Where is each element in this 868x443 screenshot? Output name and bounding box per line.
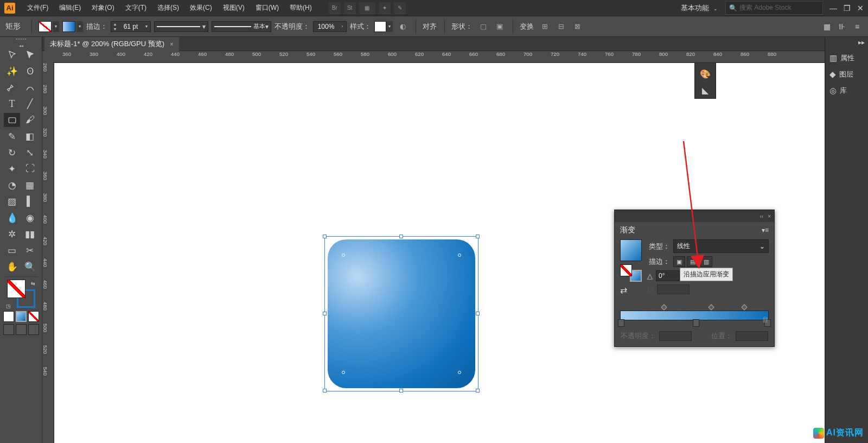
maximize-button[interactable]: ❐ bbox=[844, 4, 851, 12]
ruler-horizontal[interactable]: 3603804004204404604805005205405605806006… bbox=[42, 51, 825, 63]
bridge-icon[interactable]: Br bbox=[329, 2, 341, 14]
fill-proxy-small[interactable] bbox=[620, 264, 632, 276]
layers-panel-tab[interactable]: ◆图层 bbox=[825, 66, 868, 83]
gradient-type-select[interactable]: 线性⌄ bbox=[673, 239, 769, 253]
default-fs-icon[interactable]: ◳ bbox=[6, 303, 11, 309]
stroke-weight-input[interactable]: ▲▼ ▾ bbox=[111, 21, 151, 32]
menu-select[interactable]: 选择(S) bbox=[152, 1, 184, 15]
transform-label[interactable]: 变换 bbox=[520, 22, 534, 31]
gradient-fill-stroke-proxy[interactable] bbox=[620, 264, 642, 282]
scale-tool[interactable]: ⤡ bbox=[22, 145, 38, 160]
color-panel-icon[interactable]: 🎨 bbox=[695, 66, 716, 82]
slice-tool[interactable]: ✂ bbox=[22, 243, 38, 257]
collapse-icon[interactable]: ‹‹ bbox=[697, 63, 700, 66]
shape-builder-tool[interactable]: ◔ bbox=[4, 178, 20, 192]
recolor-icon[interactable]: ◐ bbox=[396, 20, 409, 33]
midpoint-diamond[interactable] bbox=[661, 304, 667, 310]
fill-stroke-proxy[interactable]: ⇆ ◳ bbox=[6, 280, 36, 309]
width-tool[interactable]: ✦ bbox=[4, 162, 20, 176]
workspace-switcher[interactable]: 基本功能 ⌄ bbox=[678, 2, 721, 14]
opacity-value[interactable] bbox=[314, 23, 339, 30]
menu-help[interactable]: 帮助(H) bbox=[284, 1, 317, 15]
sel-handle[interactable] bbox=[399, 235, 403, 238]
sel-handle[interactable] bbox=[323, 235, 327, 238]
type-tool[interactable]: T bbox=[4, 97, 20, 111]
panel-menu-icon[interactable]: ▾≡ bbox=[762, 226, 769, 234]
transform-icon[interactable]: ⊞ bbox=[538, 20, 551, 33]
none-mode[interactable] bbox=[28, 311, 39, 322]
properties-panel-tab[interactable]: ▥属性 bbox=[825, 50, 868, 66]
close-tab-icon[interactable]: × bbox=[170, 41, 173, 47]
gradient-angle-input[interactable] bbox=[656, 270, 680, 281]
gradient-preview-swatch[interactable] bbox=[620, 239, 642, 261]
sel-handle[interactable] bbox=[323, 312, 327, 315]
isolate-icon[interactable]: ▦ bbox=[821, 21, 832, 32]
gradient-stop[interactable] bbox=[693, 319, 699, 327]
midpoint-diamond[interactable] bbox=[709, 304, 714, 310]
paintbrush-tool[interactable]: 🖌 bbox=[22, 113, 38, 127]
close-icon[interactable]: × bbox=[768, 213, 771, 219]
ruler-corner[interactable] bbox=[42, 51, 54, 63]
eraser-tool[interactable]: ◧ bbox=[22, 129, 38, 143]
arrange-docs-icon[interactable]: ▦ bbox=[359, 2, 375, 14]
menu-type[interactable]: 文字(T) bbox=[120, 1, 152, 15]
menu-view[interactable]: 视图(V) bbox=[218, 1, 250, 15]
mesh-tool[interactable]: ▨ bbox=[4, 194, 20, 208]
free-transform-tool[interactable]: ⛶ bbox=[22, 162, 38, 176]
close-button[interactable]: ✕ bbox=[857, 4, 864, 12]
brush-definition-select[interactable]: 基本▾ bbox=[212, 21, 271, 32]
perspective-tool[interactable]: ▦ bbox=[22, 178, 38, 192]
search-input[interactable]: 🔍 搜索 Adobe Stock bbox=[725, 1, 823, 15]
stroke-grad-within[interactable]: ▣ bbox=[673, 256, 685, 267]
transform-icon2[interactable]: ⊟ bbox=[554, 20, 567, 33]
selection-tool[interactable] bbox=[4, 48, 20, 62]
color-mode[interactable] bbox=[3, 311, 14, 322]
minimize-button[interactable]: — bbox=[829, 4, 837, 12]
midpoint-diamond[interactable] bbox=[741, 304, 747, 310]
menu-window[interactable]: 窗口(W) bbox=[250, 1, 284, 15]
swap-fill-stroke-icon[interactable]: ⇆ bbox=[31, 281, 35, 286]
floating-panel[interactable]: ‹‹× 🎨 ◣ bbox=[694, 63, 716, 99]
gradient-mode[interactable] bbox=[16, 311, 27, 322]
line-tool[interactable]: ╱ bbox=[22, 97, 38, 111]
eyedropper-tool[interactable]: 💧 bbox=[4, 211, 20, 225]
draw-inside[interactable] bbox=[28, 324, 39, 335]
lasso-tool[interactable]: ʘ bbox=[22, 64, 38, 78]
menu-edit[interactable]: 编辑(E) bbox=[54, 1, 86, 15]
sel-handle[interactable] bbox=[476, 389, 480, 393]
symbol-sprayer-tool[interactable]: ✲ bbox=[4, 227, 20, 241]
sel-handle[interactable] bbox=[323, 389, 327, 393]
curvature-tool[interactable] bbox=[22, 80, 38, 94]
gpu-icon[interactable]: ✦ bbox=[379, 2, 391, 14]
prefs-icon[interactable]: ≡ bbox=[852, 21, 863, 32]
swatches-panel-icon[interactable]: ◣ bbox=[695, 82, 716, 98]
menu-object[interactable]: 对象(O) bbox=[86, 1, 119, 15]
graphic-style-swatch[interactable]: ▾ bbox=[374, 21, 393, 32]
align-label[interactable]: 对齐 bbox=[423, 22, 437, 31]
pen-tool[interactable] bbox=[4, 80, 20, 94]
sel-handle[interactable] bbox=[476, 235, 480, 238]
stroke-grad-along[interactable]: ▤ bbox=[687, 256, 699, 267]
fill-swatch[interactable]: ▾ bbox=[39, 21, 59, 32]
gradient-stop[interactable] bbox=[618, 319, 624, 327]
rectangle-tool[interactable] bbox=[4, 113, 20, 127]
toolbox-collapse[interactable]: ◂◂ bbox=[0, 43, 42, 47]
fill-proxy[interactable] bbox=[7, 280, 25, 298]
transform-icon3[interactable]: ⊠ bbox=[571, 20, 584, 33]
menu-file[interactable]: 文件(F) bbox=[22, 1, 54, 15]
sel-handle[interactable] bbox=[399, 389, 403, 393]
draw-normal[interactable] bbox=[3, 324, 14, 335]
ruler-vertical[interactable]: 2602803003203403603804004204404604805005… bbox=[42, 63, 54, 443]
menu-effect[interactable]: 效果(C) bbox=[184, 1, 218, 15]
artboard-tool[interactable]: ▭ bbox=[4, 243, 20, 257]
shaper-tool[interactable]: ✎ bbox=[4, 129, 20, 143]
stroke-grad-across[interactable]: ▥ bbox=[700, 256, 712, 267]
stock-icon[interactable]: St bbox=[344, 2, 356, 14]
magic-wand-tool[interactable]: ✨ bbox=[4, 64, 20, 78]
blend-tool[interactable]: ◉ bbox=[22, 211, 38, 225]
opacity-input[interactable]: › bbox=[313, 21, 347, 32]
collapse-icon[interactable]: ‹‹ bbox=[760, 213, 763, 219]
document-tab[interactable]: 未标题-1* @ 200% (RGB/GPU 预览) × bbox=[44, 37, 179, 51]
rotate-tool[interactable]: ↻ bbox=[4, 145, 20, 160]
hand-tool[interactable]: ✋ bbox=[4, 260, 20, 274]
